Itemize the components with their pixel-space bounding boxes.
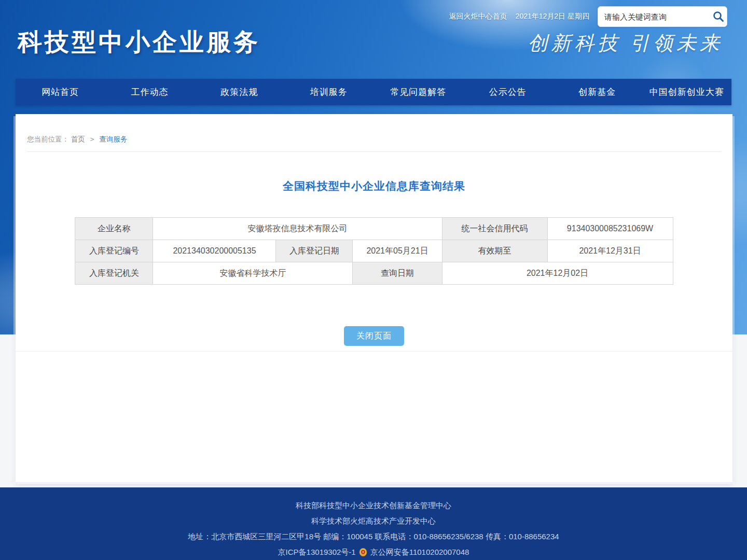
company-name-label: 企业名称 bbox=[75, 218, 153, 240]
close-page-button[interactable]: 关闭页面 bbox=[344, 326, 404, 346]
company-name-value: 安徽塔孜信息技术有限公司 bbox=[153, 218, 442, 240]
header-slogan: 创新科技 引领未来 bbox=[528, 30, 724, 57]
search-icon bbox=[712, 10, 725, 23]
breadcrumb-separator: > bbox=[90, 135, 94, 143]
nav-item-policies[interactable]: 政策法规 bbox=[195, 79, 284, 105]
site-logo: 科技型中小企业服务 bbox=[18, 26, 260, 59]
reg-date-label: 入库登记日期 bbox=[276, 240, 353, 262]
nav-item-faq[interactable]: 常见问题解答 bbox=[374, 79, 463, 105]
valid-until-value: 2021年12月31日 bbox=[547, 240, 673, 262]
current-date: 2021年12月2日 星期四 bbox=[516, 12, 589, 21]
reg-number-value: 202134030200005135 bbox=[153, 240, 276, 262]
valid-until-label: 有效期至 bbox=[442, 240, 547, 262]
security-record-link[interactable]: 京公网安备11010202007048 bbox=[370, 544, 469, 560]
table-row: 入库登记编号 202134030200005135 入库登记日期 2021年05… bbox=[75, 240, 673, 262]
footer-org-1: 科技部科技型中小企业技术创新基金管理中心 bbox=[0, 487, 747, 513]
section-divider bbox=[16, 351, 732, 352]
footer-org-2: 科学技术部火炬高技术产业开发中心 bbox=[0, 513, 747, 529]
breadcrumb-current-link[interactable]: 查询服务 bbox=[99, 135, 127, 143]
breadcrumb-divider bbox=[27, 151, 721, 152]
reg-date-value: 2021年05月21日 bbox=[353, 240, 442, 262]
breadcrumb-prefix: 您当前位置： bbox=[27, 135, 69, 143]
return-torch-home-link[interactable]: 返回火炬中心首页 bbox=[449, 12, 507, 21]
icp-record-link[interactable]: 京ICP备13019302号-1 bbox=[278, 544, 356, 560]
nav-item-training[interactable]: 培训服务 bbox=[284, 79, 374, 105]
nav-item-work-news[interactable]: 工作动态 bbox=[105, 79, 195, 105]
nav-item-competition[interactable]: 中国创新创业大赛 bbox=[642, 79, 732, 105]
table-row: 入库登记机关 安徽省科学技术厅 查询日期 2021年12月02日 bbox=[75, 262, 673, 285]
credit-code-label: 统一社会信用代码 bbox=[442, 218, 547, 240]
query-date-label: 查询日期 bbox=[353, 262, 442, 285]
result-table: 企业名称 安徽塔孜信息技术有限公司 统一社会信用代码 9134030008523… bbox=[75, 217, 673, 285]
footer-contact: 地址：北京市西城区三里河二区甲18号 邮编：100045 联系电话：010-88… bbox=[0, 529, 747, 544]
search-box bbox=[598, 6, 727, 27]
footer: 科技部科技型中小企业技术创新基金管理中心 科学技术部火炬高技术产业开发中心 地址… bbox=[0, 487, 747, 560]
main-nav: 网站首页 工作动态 政策法规 培训服务 常见问题解答 公示公告 创新基金 中国创… bbox=[16, 79, 731, 105]
credit-code-value: 91340300085231069W bbox=[547, 218, 673, 240]
breadcrumb-home-link[interactable]: 首页 bbox=[71, 135, 85, 143]
page-title: 全国科技型中小企业信息库查询结果 bbox=[16, 179, 732, 193]
header-topbar: 返回火炬中心首页 2021年12月2日 星期四 bbox=[449, 6, 727, 27]
nav-item-home[interactable]: 网站首页 bbox=[16, 79, 105, 105]
search-button[interactable] bbox=[710, 7, 727, 26]
table-row: 企业名称 安徽塔孜信息技术有限公司 统一社会信用代码 9134030008523… bbox=[75, 218, 673, 240]
search-input[interactable] bbox=[598, 12, 710, 21]
reg-authority-value: 安徽省科学技术厅 bbox=[153, 262, 353, 285]
nav-item-announcements[interactable]: 公示公告 bbox=[463, 79, 553, 105]
police-badge-icon bbox=[358, 548, 368, 557]
reg-authority-label: 入库登记机关 bbox=[75, 262, 153, 285]
reg-number-label: 入库登记编号 bbox=[75, 240, 153, 262]
query-date-value: 2021年12月02日 bbox=[442, 262, 673, 285]
content-card: 您当前位置： 首页 > 查询服务 全国科技型中小企业信息库查询结果 企业名称 安… bbox=[16, 114, 732, 482]
breadcrumb: 您当前位置： 首页 > 查询服务 bbox=[16, 114, 732, 144]
nav-item-innovation-fund[interactable]: 创新基金 bbox=[552, 79, 642, 105]
